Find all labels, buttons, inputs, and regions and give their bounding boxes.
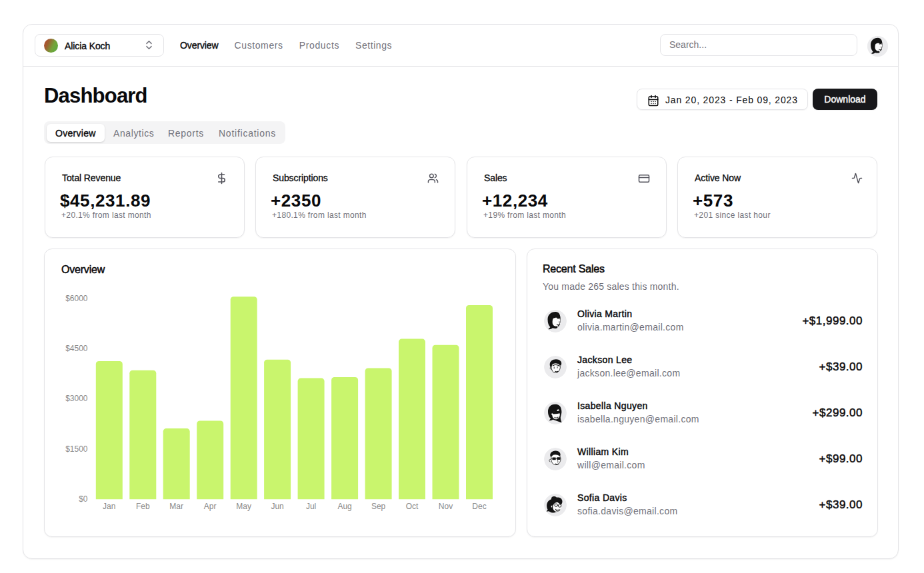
svg-text:$6000: $6000 xyxy=(65,294,88,303)
svg-text:Mar: Mar xyxy=(169,502,183,511)
svg-text:Apr: Apr xyxy=(204,502,217,511)
svg-text:Jun: Jun xyxy=(271,502,283,511)
svg-text:$4500: $4500 xyxy=(65,344,88,353)
svg-text:Jan: Jan xyxy=(103,502,115,511)
svg-text:$0: $0 xyxy=(79,494,88,504)
svg-text:Feb: Feb xyxy=(136,502,150,511)
svg-text:$1500: $1500 xyxy=(65,444,88,454)
svg-text:Dec: Dec xyxy=(472,502,486,511)
svg-text:Jul: Jul xyxy=(306,502,316,511)
svg-text:May: May xyxy=(236,502,251,511)
svg-text:Aug: Aug xyxy=(337,502,351,511)
svg-text:$3000: $3000 xyxy=(65,394,88,403)
svg-text:Oct: Oct xyxy=(406,502,419,511)
svg-text:Nov: Nov xyxy=(439,502,453,511)
svg-text:Sep: Sep xyxy=(371,502,386,511)
